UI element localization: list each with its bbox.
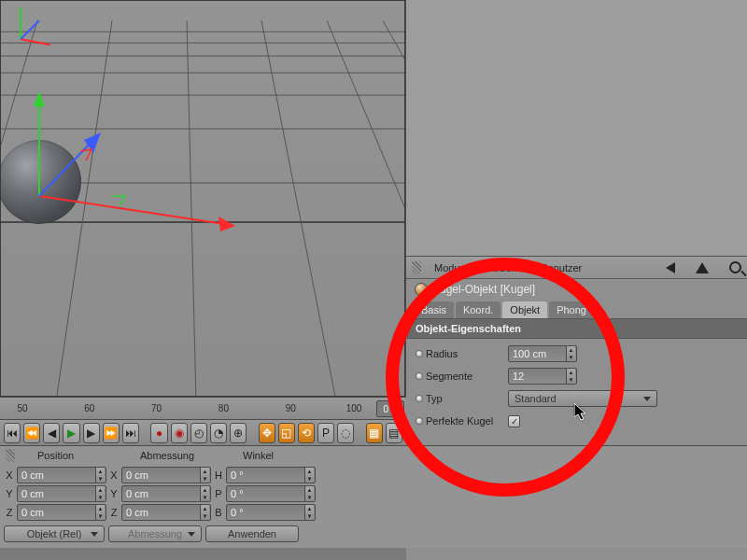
viewport-3d[interactable]: [0, 0, 406, 397]
tick-60: 60: [84, 403, 94, 413]
tick-90: 90: [286, 403, 296, 413]
objekt-rel-dropdown[interactable]: Objekt (Rel): [4, 525, 105, 542]
tab-objekt[interactable]: Objekt: [502, 301, 547, 318]
axis-y2: Y: [108, 488, 120, 499]
prop-perfekte-kugel: Perfekte Kugel ✓: [416, 412, 738, 430]
prop-segmente: Segmente 12 ▲▼: [416, 367, 738, 385]
scale-tool-button[interactable]: ◱: [278, 423, 295, 443]
sphere-object[interactable]: [0, 140, 81, 224]
axis-z2: Z: [108, 507, 120, 518]
tab-phong[interactable]: Phong: [549, 301, 594, 318]
nav-back-icon[interactable]: [666, 262, 675, 273]
axis-z: Z: [4, 507, 15, 518]
axis-x: X: [4, 469, 15, 481]
layout-orange-button[interactable]: ▦: [366, 423, 383, 443]
coord-row-y: Y 0 cm▲▼ Y 0 cm▲▼ P 0 °▲▼: [4, 485, 743, 502]
section-objekt-eigenschaften: Objekt-Eigenschaften: [406, 318, 747, 339]
hdr-abmessung: Abmessung: [123, 450, 226, 461]
prop-segmente-label: Segmente: [426, 371, 508, 382]
tab-koord[interactable]: Koord.: [456, 301, 500, 318]
prop-perfekte-checkbox[interactable]: ✓: [508, 415, 520, 427]
menu-bearbeiten[interactable]: Bearbeiten: [478, 262, 528, 273]
coordinate-manager: Position Abmessung Winkel X 0 cm▲▼ X 0 c…: [0, 445, 747, 548]
attribute-manager-header: Modus Bearbeiten Benutzer: [406, 257, 747, 279]
coord-row-x: X 0 cm▲▼ X 0 cm▲▼ H 0 °▲▼: [4, 467, 743, 483]
bullet-icon: [416, 395, 423, 402]
bullet-icon: [416, 372, 423, 380]
play-button[interactable]: ▶: [63, 423, 79, 443]
hdr-position: Position: [21, 450, 123, 461]
timeline-ruler[interactable]: 50 60 70 80 90 100 0 B: [0, 397, 406, 419]
tick-50: 50: [17, 403, 27, 413]
coord-row-z: Z 0 cm▲▼ Z 0 cm▲▼ B 0 °▲▼: [4, 504, 743, 521]
timeline-frame-field[interactable]: 0 B: [376, 400, 404, 417]
rotate-tool-button[interactable]: ⟲: [298, 423, 315, 443]
size-x-field[interactable]: 0 cm▲▼: [121, 467, 211, 483]
svg-line-11: [261, 21, 336, 397]
object-title-row: Kugel-Objekt [Kugel]: [406, 279, 747, 300]
abmessung-dropdown[interactable]: Abmessung: [108, 525, 202, 542]
axis-x2: X: [108, 469, 120, 481]
tick-100: 100: [346, 403, 362, 413]
prop-radius: Radius 100 cm ▲▼: [416, 344, 738, 363]
svg-line-13: [383, 21, 406, 397]
pos-z-field[interactable]: 0 cm▲▼: [17, 504, 106, 521]
tick-80: 80: [218, 403, 229, 413]
goto-end-button[interactable]: ⏭: [122, 423, 139, 443]
prop-radius-label: Radius: [426, 348, 508, 359]
key-sel-button[interactable]: ◔: [210, 423, 227, 443]
rot-h-field[interactable]: 0 °▲▼: [226, 467, 316, 483]
p-tool-button[interactable]: P: [317, 423, 334, 443]
axis-b: B: [213, 507, 224, 518]
rot-b-field[interactable]: 0 °▲▼: [226, 504, 316, 521]
axis-y: Y: [4, 488, 15, 499]
axis-p: P: [213, 488, 224, 499]
sphere-icon: [416, 284, 427, 295]
hdr-winkel: Winkel: [226, 450, 329, 461]
attribute-tabs: Basis Koord. Objekt Phong: [406, 300, 747, 318]
layout-button[interactable]: ▤: [386, 423, 402, 443]
search-icon[interactable]: [729, 261, 741, 273]
anwenden-button[interactable]: Anwenden: [205, 525, 299, 542]
rot-p-field[interactable]: 0 °▲▼: [226, 485, 316, 502]
size-y-field[interactable]: 0 cm▲▼: [121, 485, 211, 502]
property-list: Radius 100 cm ▲▼ Segmente 12 ▲▼ Typ Stan…: [406, 339, 747, 440]
nav-up-icon[interactable]: [696, 262, 709, 273]
tick-70: 70: [151, 403, 162, 413]
object-title: Kugel-Objekt [Kugel]: [432, 283, 535, 296]
record-button[interactable]: ●: [150, 423, 167, 443]
playback-toolbar: ⏮ ⏪ ◀ ▶ ▶ ⏩ ⏭ ● ◉ ◴ ◔ ⊕ ✥ ◱ ⟲ P ◌ ▦ ▤: [0, 419, 406, 445]
pos-x-field[interactable]: 0 cm▲▼: [17, 467, 106, 483]
step-back-button[interactable]: ◀: [43, 423, 60, 443]
key-opts-button[interactable]: ◴: [190, 423, 207, 443]
svg-line-10: [187, 21, 196, 397]
grip-icon[interactable]: [412, 261, 421, 274]
prop-typ-dropdown[interactable]: Standard: [508, 390, 657, 407]
prop-typ-label: Typ: [426, 393, 508, 404]
goto-start-button[interactable]: ⏮: [4, 423, 21, 443]
bullet-icon: [416, 417, 423, 425]
menu-modus[interactable]: Modus: [434, 262, 465, 273]
menu-benutzer[interactable]: Benutzer: [541, 262, 582, 273]
move-tool-button[interactable]: ✥: [259, 423, 275, 443]
size-z-field[interactable]: 0 cm▲▼: [121, 504, 211, 521]
autokey-button[interactable]: ◉: [171, 423, 188, 443]
object-manager-empty: [406, 0, 747, 257]
axis-h: H: [213, 469, 224, 481]
prop-typ: Typ Standard: [416, 389, 738, 408]
svg-line-12: [327, 21, 406, 397]
bullet-icon: [416, 350, 423, 357]
prop-perfekte-label: Perfekte Kugel: [426, 415, 508, 427]
pos-y-field[interactable]: 0 cm▲▼: [17, 485, 106, 502]
prop-segmente-field[interactable]: 12 ▲▼: [508, 368, 577, 385]
prop-radius-field[interactable]: 100 cm ▲▼: [508, 345, 577, 362]
misc-tool-button[interactable]: ◌: [337, 423, 354, 443]
step-fwd-button[interactable]: ▶: [83, 423, 100, 443]
tab-basis[interactable]: Basis: [414, 301, 454, 318]
prev-key-button[interactable]: ⏪: [23, 423, 40, 443]
grip-icon[interactable]: [6, 449, 15, 462]
next-key-button[interactable]: ⏩: [103, 423, 120, 443]
key-all-button[interactable]: ⊕: [230, 423, 247, 443]
